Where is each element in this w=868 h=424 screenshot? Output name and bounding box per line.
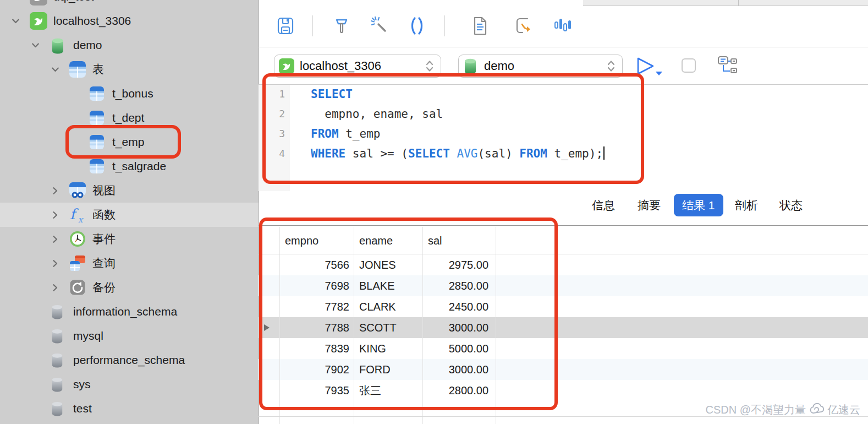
explain-plan-button[interactable] (717, 56, 739, 76)
grid-column-divider (496, 227, 496, 424)
connection-tree-sidebar: dql_testlocalhost_3306demo表t_bonust_dept… (0, 0, 259, 424)
current-row-arrow-icon (264, 324, 270, 331)
grid-header-ename[interactable]: ename (359, 227, 393, 254)
grid-column-divider (354, 227, 354, 424)
cell-empno[interactable]: 7902 (279, 359, 349, 380)
cell-ename[interactable]: JONES (359, 254, 420, 275)
code-line-2[interactable]: 2 empno, ename, sal (259, 104, 868, 124)
sidebar-item-mysql[interactable]: mysql (0, 324, 259, 348)
grid-row-7902[interactable]: 7902FORD3000.00 (259, 359, 868, 380)
sidebar-item-performance_schema[interactable]: performance_schema (0, 348, 259, 372)
chevron-right-icon[interactable] (51, 283, 60, 292)
sidebar-item-label: information_schema (73, 300, 177, 324)
grid-header-empno[interactable]: empno (285, 227, 318, 254)
grid-row-7839[interactable]: 7839KING5000.00 (259, 338, 868, 359)
chevron-right-icon[interactable] (51, 186, 60, 195)
grid-row-7782[interactable]: 7782CLARK2450.00 (259, 296, 868, 317)
cell-empno[interactable]: 7698 (279, 275, 349, 296)
sidebar-item-dql_test[interactable]: dql_test (0, 0, 259, 9)
cell-empno[interactable]: 7788 (279, 317, 349, 338)
save-button[interactable] (273, 14, 298, 38)
grid-row-7566[interactable]: 7566JONES2975.00 (259, 254, 868, 275)
cell-empno[interactable]: 7935 (279, 380, 349, 401)
sidebar-item-localhost_3306[interactable]: localhost_3306 (0, 9, 259, 33)
table-icon (90, 135, 104, 151)
connection-select-value: localhost_3306 (300, 59, 424, 73)
sidebar-item-查询[interactable]: 查询 (0, 251, 259, 275)
cell-sal[interactable]: 2450.00 (422, 296, 488, 317)
sidebar-item-备份[interactable]: 备份 (0, 275, 259, 300)
grid-header-sal[interactable]: sal (428, 227, 442, 254)
result-tab-1[interactable]: 摘要 (638, 194, 661, 216)
chevron-right-icon[interactable] (51, 235, 60, 244)
cell-ename[interactable]: 张三 (359, 380, 420, 401)
line-number: 4 (259, 144, 285, 164)
result-tab-3[interactable]: 剖析 (735, 194, 758, 216)
watermark-brand: 亿速云 (827, 403, 860, 417)
sidebar-item-test[interactable]: test (0, 396, 259, 421)
code-snippet-button[interactable] (405, 14, 429, 38)
cell-sal[interactable]: 3000.00 (422, 317, 488, 338)
grid-row-7788[interactable]: 7788SCOTT3000.00 (259, 317, 868, 338)
sidebar-item-demo[interactable]: demo (0, 33, 259, 57)
export-result-button[interactable] (510, 14, 535, 38)
cell-sal[interactable]: 2850.00 (422, 275, 488, 296)
chart-button[interactable] (550, 14, 574, 38)
cell-empno[interactable]: 7566 (279, 254, 349, 275)
sidebar-item-事件[interactable]: 事件 (0, 227, 259, 251)
database-gray-icon (51, 305, 64, 322)
sidebar-item-视图[interactable]: 视图 (0, 178, 259, 203)
stop-on-error-checkbox[interactable] (682, 58, 696, 73)
cell-ename[interactable]: SCOTT (359, 317, 420, 338)
chevron-down-icon[interactable] (11, 17, 20, 26)
database-select[interactable]: demo (458, 55, 623, 78)
cell-ename[interactable]: BLAKE (359, 275, 420, 296)
cell-sal[interactable]: 3000.00 (422, 359, 488, 380)
cell-sal[interactable]: 5000.00 (422, 338, 488, 359)
cell-ename[interactable]: KING (359, 338, 420, 359)
tab-strip-divider (738, 0, 739, 6)
mysql-connection-icon (279, 58, 294, 74)
code-line-1[interactable]: 1SELECT (259, 84, 868, 104)
connection-select[interactable]: localhost_3306 (274, 55, 441, 78)
code-line-3[interactable]: 3FROM t_emp (259, 124, 868, 144)
chevron-right-icon[interactable] (51, 259, 60, 268)
sidebar-item-t_emp[interactable]: t_emp (0, 130, 259, 154)
database-select-value: demo (484, 59, 606, 73)
sidebar-item-sys[interactable]: sys (0, 372, 259, 396)
code-text: SELECT (311, 84, 353, 104)
code-line-4[interactable]: 4WHERE sal >= (SELECT AVG(sal) FROM t_em… (259, 144, 868, 164)
cell-sal[interactable]: 2800.00 (422, 380, 488, 401)
sidebar-item-label: mysql (73, 324, 103, 348)
sidebar-item-表[interactable]: 表 (0, 57, 259, 81)
toolbar-separator (444, 15, 445, 36)
sidebar-item-函数[interactable]: fx函数 (0, 203, 259, 227)
sidebar-item-t_dept[interactable]: t_dept (0, 106, 259, 130)
line-number: 3 (259, 124, 285, 144)
grid-row-7935[interactable]: 7935张三2800.00 (259, 380, 868, 401)
cell-empno[interactable]: 7782 (279, 296, 349, 317)
sidebar-item-label: 事件 (92, 227, 116, 251)
run-query-button[interactable] (636, 57, 664, 78)
chevron-down-icon[interactable] (31, 41, 40, 50)
cell-ename[interactable]: FORD (359, 359, 420, 380)
sidebar-item-label: sys (73, 372, 91, 396)
result-tabs-divider (259, 225, 868, 226)
chevron-down-icon[interactable] (51, 65, 60, 74)
result-tab-4[interactable]: 状态 (779, 194, 803, 216)
cell-ename[interactable]: CLARK (359, 296, 420, 317)
auto-complete-button[interactable] (368, 14, 392, 38)
cell-empno[interactable]: 7839 (279, 338, 349, 359)
sidebar-item-label: test (73, 396, 92, 421)
text-preview-button[interactable] (468, 14, 492, 38)
watermark-text: CSDN @不渴望力量 (705, 403, 806, 417)
cell-sal[interactable]: 2975.00 (422, 254, 488, 275)
sidebar-item-information_schema[interactable]: information_schema (0, 300, 259, 324)
result-tab-result-1[interactable]: 结果 1 (674, 194, 723, 216)
sidebar-item-t_salgrade[interactable]: t_salgrade (0, 154, 259, 178)
grid-row-7698[interactable]: 7698BLAKE2850.00 (259, 275, 868, 296)
beautify-sql-button[interactable] (329, 14, 354, 38)
chevron-right-icon[interactable] (51, 210, 60, 220)
result-tab-0[interactable]: 信息 (592, 194, 615, 216)
sidebar-item-t_bonus[interactable]: t_bonus (0, 81, 259, 106)
